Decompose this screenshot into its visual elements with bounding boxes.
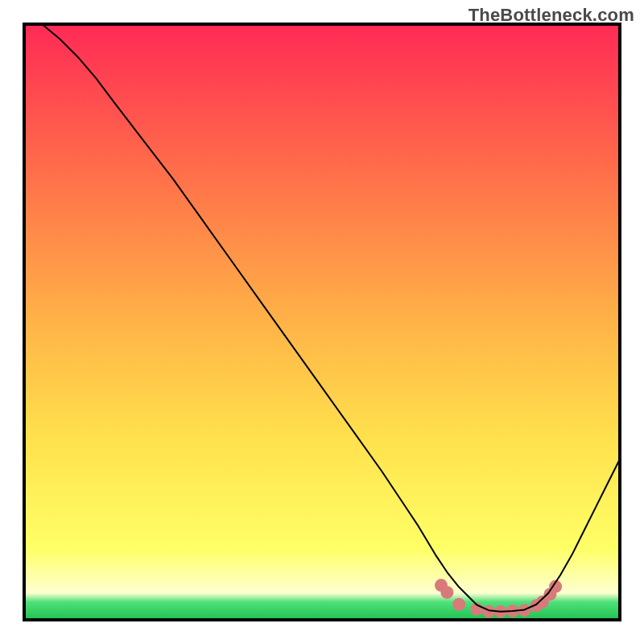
bottleneck-curve-chart	[0, 0, 644, 644]
chart-container: TheBottleneck.com	[0, 0, 644, 644]
highlight-dot	[440, 586, 453, 599]
highlight-dot	[452, 598, 465, 611]
plot-background	[24, 24, 620, 620]
watermark-text: TheBottleneck.com	[469, 5, 634, 26]
